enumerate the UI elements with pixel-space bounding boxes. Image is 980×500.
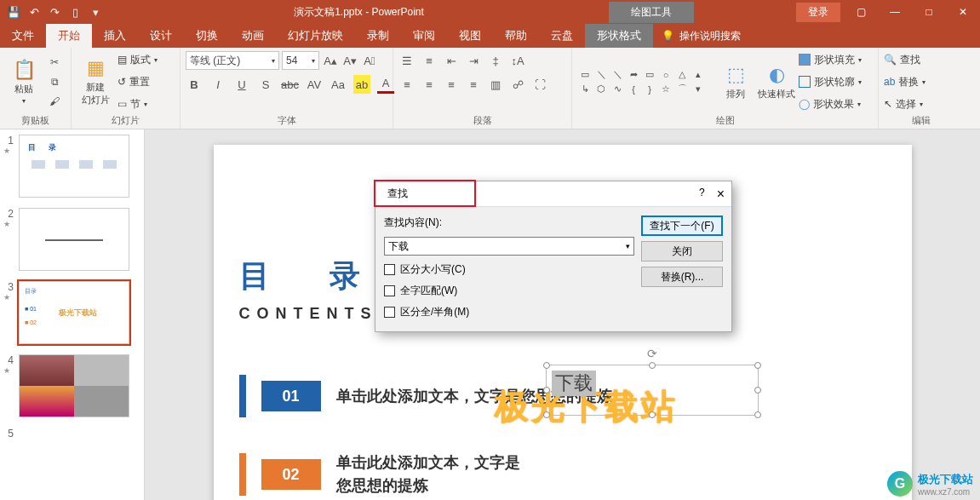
minimize-icon[interactable]: — bbox=[878, 0, 912, 24]
align-right-icon[interactable]: ≡ bbox=[443, 75, 460, 94]
redo-icon[interactable]: ↷ bbox=[46, 3, 63, 20]
tab-view[interactable]: 视图 bbox=[447, 24, 493, 48]
align-text-icon[interactable]: ☍ bbox=[509, 75, 526, 94]
match-case-checkbox[interactable]: 区分大小写(C) bbox=[384, 262, 634, 277]
strikethrough-button[interactable]: abc bbox=[281, 75, 299, 94]
underline-button[interactable]: U bbox=[233, 75, 250, 94]
shape-curve-icon[interactable]: ∿ bbox=[610, 83, 625, 96]
tab-transitions[interactable]: 切换 bbox=[184, 24, 230, 48]
undo-icon[interactable]: ↶ bbox=[26, 3, 43, 20]
slide-thumb-2[interactable] bbox=[19, 208, 129, 271]
close-dialog-button[interactable]: 关闭 bbox=[641, 241, 723, 261]
shape-arrow-icon[interactable]: ➦ bbox=[626, 68, 641, 82]
shape-rect-icon[interactable]: ▭ bbox=[577, 68, 593, 82]
find-next-button[interactable]: 查找下一个(F) bbox=[641, 216, 723, 236]
clear-format-icon[interactable]: A⃠ bbox=[361, 51, 378, 70]
shape-more-up-icon[interactable]: ▴ bbox=[691, 68, 706, 82]
copy-icon[interactable]: ⧉ bbox=[46, 73, 63, 90]
change-case-icon[interactable]: Aa bbox=[330, 75, 347, 94]
layout-button[interactable]: ▤版式▾ bbox=[117, 51, 158, 68]
decrease-font-icon[interactable]: A▾ bbox=[341, 51, 358, 70]
dialog-help-icon[interactable]: ? bbox=[699, 187, 705, 202]
login-button[interactable]: 登录 bbox=[796, 3, 840, 22]
slide-thumb-3[interactable]: 目录 ■ 01 ■ 02 极光下载站 bbox=[19, 281, 129, 344]
align-center-icon[interactable]: ≡ bbox=[421, 75, 438, 94]
decrease-indent-icon[interactable]: ⇤ bbox=[443, 51, 460, 70]
tab-animations[interactable]: 动画 bbox=[230, 24, 276, 48]
format-painter-icon[interactable]: 🖌 bbox=[46, 93, 63, 110]
tab-insert[interactable]: 插入 bbox=[92, 24, 138, 48]
shapes-gallery[interactable]: ▭＼＼➦▭○△▴ ↳⬡∿{}☆⌒▾ bbox=[577, 68, 714, 96]
tab-review[interactable]: 审阅 bbox=[401, 24, 447, 48]
rotate-handle-icon[interactable]: ⟳ bbox=[647, 347, 657, 360]
resize-handle[interactable] bbox=[543, 411, 550, 418]
increase-indent-icon[interactable]: ⇥ bbox=[465, 51, 482, 70]
find-button[interactable]: 🔍查找 bbox=[884, 51, 926, 68]
numbering-icon[interactable]: ≡ bbox=[421, 51, 438, 70]
tab-cloud[interactable]: 云盘 bbox=[539, 24, 585, 48]
bullets-icon[interactable]: ☰ bbox=[398, 51, 415, 70]
new-slide-button[interactable]: ▦ 新建 幻灯片 bbox=[77, 57, 114, 106]
resize-handle[interactable] bbox=[754, 387, 761, 394]
shape-outline-button[interactable]: 形状轮廓▾ bbox=[799, 73, 862, 90]
text-direction-icon[interactable]: ↕A bbox=[509, 51, 526, 70]
cut-icon[interactable]: ✂ bbox=[46, 54, 63, 71]
shape-oval-icon[interactable]: ○ bbox=[658, 68, 673, 82]
justify-icon[interactable]: ≡ bbox=[465, 75, 482, 94]
align-left-icon[interactable]: ≡ bbox=[398, 75, 415, 94]
shape-tri-icon[interactable]: △ bbox=[674, 68, 690, 82]
tab-slideshow[interactable]: 幻灯片放映 bbox=[276, 24, 355, 48]
resize-handle[interactable] bbox=[543, 387, 550, 394]
resize-handle[interactable] bbox=[649, 411, 656, 418]
shape-poly-icon[interactable]: ⬡ bbox=[593, 83, 609, 96]
shape-arc-icon[interactable]: ⌒ bbox=[674, 83, 690, 96]
tab-file[interactable]: 文件 bbox=[0, 24, 46, 48]
char-spacing-icon[interactable]: AV bbox=[306, 75, 323, 94]
slide-thumb-1[interactable]: 目 录 bbox=[19, 135, 129, 198]
font-size-combo[interactable]: 54▾ bbox=[282, 51, 319, 70]
find-content-input[interactable]: 下载 ▾ bbox=[384, 237, 634, 256]
arrange-button[interactable]: ⬚ 排列 bbox=[717, 64, 754, 101]
dropdown-icon[interactable]: ▾ bbox=[626, 242, 630, 250]
select-button[interactable]: ↖选择▾ bbox=[884, 95, 926, 112]
ribbon-options-icon[interactable]: ▢ bbox=[844, 0, 878, 24]
shape-more-down-icon[interactable]: ▾ bbox=[691, 83, 706, 96]
shape-arrow2-icon[interactable]: ↳ bbox=[577, 83, 593, 96]
shape-brace-icon[interactable]: { bbox=[626, 83, 641, 96]
increase-font-icon[interactable]: A▴ bbox=[322, 51, 339, 70]
resize-handle[interactable] bbox=[649, 362, 656, 369]
replace-dialog-button[interactable]: 替换(R)... bbox=[641, 267, 723, 287]
shape-line2-icon[interactable]: ＼ bbox=[610, 68, 625, 82]
maximize-icon[interactable]: □ bbox=[912, 0, 946, 24]
whole-word-checkbox[interactable]: 全字匹配(W) bbox=[384, 284, 634, 298]
shape-rect2-icon[interactable]: ▭ bbox=[642, 68, 657, 82]
shape-fill-button[interactable]: 形状填充▾ bbox=[799, 51, 862, 68]
qat-more-icon[interactable]: ▾ bbox=[87, 3, 104, 20]
tell-me-search[interactable]: 💡 操作说明搜索 bbox=[653, 29, 749, 43]
bold-button[interactable]: B bbox=[186, 75, 203, 94]
section-button[interactable]: ▭节▾ bbox=[117, 95, 158, 112]
resize-handle[interactable] bbox=[543, 362, 550, 369]
highlight-icon[interactable]: ab bbox=[353, 75, 370, 94]
save-icon[interactable]: 💾 bbox=[5, 3, 22, 20]
shape-brace2-icon[interactable]: } bbox=[642, 83, 657, 96]
font-name-combo[interactable]: 等线 (正文)▾ bbox=[186, 51, 279, 70]
close-window-icon[interactable]: ✕ bbox=[946, 0, 980, 24]
paste-button[interactable]: 📋 粘贴 ▾ bbox=[5, 59, 43, 105]
selected-textbox[interactable]: ⟳ 下载 bbox=[546, 365, 759, 416]
tab-home[interactable]: 开始 bbox=[46, 24, 92, 48]
shape-effects-button[interactable]: ◯形状效果▾ bbox=[799, 95, 862, 112]
smartart-icon[interactable]: ⛶ bbox=[531, 75, 548, 94]
tab-help[interactable]: 帮助 bbox=[493, 24, 539, 48]
replace-button[interactable]: ab替换▾ bbox=[884, 73, 926, 90]
italic-button[interactable]: I bbox=[209, 75, 226, 94]
font-color-icon[interactable]: A bbox=[377, 75, 394, 94]
start-slideshow-icon[interactable]: ▯ bbox=[66, 3, 83, 20]
shape-star-icon[interactable]: ☆ bbox=[658, 83, 673, 96]
reset-button[interactable]: ↺重置 bbox=[117, 73, 158, 90]
line-spacing-icon[interactable]: ‡ bbox=[487, 51, 504, 70]
columns-icon[interactable]: ▥ bbox=[487, 75, 504, 94]
shape-line-icon[interactable]: ＼ bbox=[593, 68, 609, 82]
match-width-checkbox[interactable]: 区分全/半角(M) bbox=[384, 305, 634, 319]
tab-record[interactable]: 录制 bbox=[355, 24, 401, 48]
